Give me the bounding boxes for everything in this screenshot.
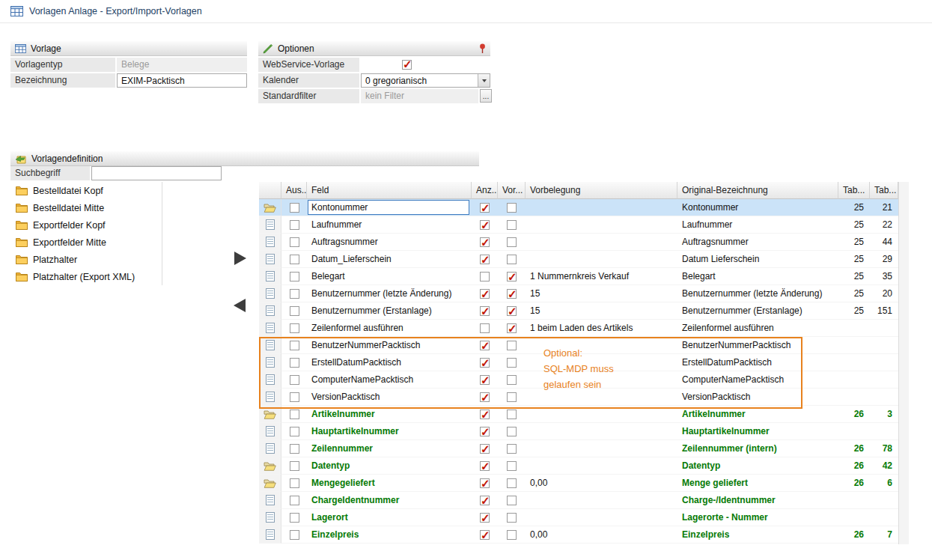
table-row[interactable]: ZeilennummerZeilennummer (intern)2678 xyxy=(259,440,898,457)
col-original-header[interactable]: Original-Bezeichnung xyxy=(677,182,838,199)
original-name-cell[interactable]: BenutzerNummerPacktisch xyxy=(677,337,838,354)
field-name-cell[interactable]: Kontonummer xyxy=(307,199,472,216)
tab2-cell[interactable]: 35 xyxy=(870,268,898,285)
tab2-cell[interactable] xyxy=(870,354,898,371)
table-row[interactable]: Zeilenformel ausführen1 beim Laden des A… xyxy=(259,320,898,337)
anz-checkbox[interactable] xyxy=(480,358,490,368)
tab2-cell[interactable] xyxy=(870,320,898,337)
vorbelegung-cell[interactable] xyxy=(526,440,677,457)
tab2-cell[interactable]: 3 xyxy=(870,406,898,423)
tab1-cell[interactable] xyxy=(838,337,870,354)
original-name-cell[interactable]: Einzelpreis xyxy=(677,526,838,544)
aus-checkbox[interactable] xyxy=(290,496,299,505)
field-name-cell[interactable]: ChargeIdentnummer xyxy=(307,492,472,509)
aus-checkbox[interactable] xyxy=(290,375,299,385)
vorbelegung-cell[interactable] xyxy=(526,251,677,268)
table-row[interactable]: HauptartikelnummerHauptartikelnummer xyxy=(259,423,898,440)
tab2-cell[interactable] xyxy=(870,509,898,526)
field-name-cell[interactable]: Zeilennummer xyxy=(307,440,472,457)
table-row[interactable]: VersionPacktischVersionPacktisch xyxy=(259,389,898,406)
original-name-cell[interactable]: ErstellDatumPacktisch xyxy=(677,354,838,371)
anz-checkbox[interactable] xyxy=(480,203,490,213)
tab1-cell[interactable]: 25 xyxy=(838,302,870,320)
tab2-cell[interactable]: 6 xyxy=(870,475,898,492)
search-input[interactable] xyxy=(91,166,222,180)
table-row[interactable]: Benutzernummer (letzte Änderung)15Benutz… xyxy=(259,285,898,302)
aus-checkbox[interactable] xyxy=(290,220,299,230)
anz-checkbox[interactable] xyxy=(480,323,490,333)
table-row[interactable]: LaufnummerLaufnummer2522 xyxy=(259,216,898,234)
folder-list-item[interactable]: Bestelldatei Kopf xyxy=(10,182,162,199)
anz-checkbox[interactable] xyxy=(480,461,490,471)
field-name-cell[interactable]: BenutzerNummerPacktisch xyxy=(307,337,472,354)
aus-checkbox[interactable] xyxy=(290,444,299,454)
table-row[interactable]: Datum_LieferscheinDatum Lieferschein2529 xyxy=(259,251,898,268)
original-name-cell[interactable]: Kontonummer xyxy=(677,199,838,216)
chevron-down-icon[interactable] xyxy=(478,74,490,87)
folder-list-item[interactable]: Exportfelder Kopf xyxy=(10,216,162,234)
tab1-cell[interactable] xyxy=(838,509,870,526)
tab2-cell[interactable]: 42 xyxy=(870,457,898,475)
original-name-cell[interactable]: Laufnummer xyxy=(677,216,838,234)
table-row[interactable]: LagerortLagerorte - Nummer xyxy=(259,509,898,526)
vorbelegung-cell[interactable]: 15 xyxy=(526,302,677,320)
tab1-cell[interactable]: 26 xyxy=(838,475,870,492)
field-edit-box[interactable]: Kontonummer xyxy=(308,200,469,215)
original-name-cell[interactable]: Auftragsnummer xyxy=(677,234,838,251)
vor-checkbox[interactable] xyxy=(507,410,517,419)
original-name-cell[interactable]: Zeilennummer (intern) xyxy=(677,440,838,457)
vorbelegung-cell[interactable]: 0,00 xyxy=(526,475,677,492)
tab1-cell[interactable]: 25 xyxy=(838,216,870,234)
tab1-cell[interactable] xyxy=(838,492,870,509)
aus-checkbox[interactable] xyxy=(290,341,299,350)
table-row[interactable]: ArtikelnummerArtikelnummer263 xyxy=(259,406,898,423)
table-row[interactable]: Einzelpreis0,00Einzelpreis267 xyxy=(259,526,898,544)
field-name-cell[interactable]: Laufnummer xyxy=(307,216,472,234)
original-name-cell[interactable]: Belegart xyxy=(677,268,838,285)
table-row[interactable]: ComputerNamePacktischComputerNamePacktis… xyxy=(259,371,898,389)
field-name-cell[interactable]: VersionPacktisch xyxy=(307,389,472,406)
bezeichnung-input[interactable] xyxy=(117,73,247,88)
tab2-cell[interactable]: 7 xyxy=(870,526,898,544)
original-name-cell[interactable]: Benutzernummer (Erstanlage) xyxy=(677,302,838,320)
original-name-cell[interactable]: Artikelnummer xyxy=(677,406,838,423)
vor-checkbox[interactable] xyxy=(507,496,517,505)
tab2-cell[interactable] xyxy=(870,423,898,440)
aus-checkbox[interactable] xyxy=(290,358,299,368)
anz-checkbox[interactable] xyxy=(480,272,490,281)
tab2-cell[interactable]: 29 xyxy=(870,251,898,268)
aus-checkbox[interactable] xyxy=(290,392,299,402)
tab1-cell[interactable]: 26 xyxy=(838,406,870,423)
original-name-cell[interactable]: Datentyp xyxy=(677,457,838,475)
folder-list-item[interactable]: Platzhalter xyxy=(10,251,162,268)
tab1-cell[interactable]: 26 xyxy=(838,440,870,457)
field-name-cell[interactable]: Hauptartikelnummer xyxy=(307,423,472,440)
field-name-cell[interactable]: ErstellDatumPacktisch xyxy=(307,354,472,371)
tab1-cell[interactable] xyxy=(838,423,870,440)
vor-checkbox[interactable] xyxy=(507,358,517,368)
vor-checkbox[interactable] xyxy=(507,203,517,213)
table-row[interactable]: Belegart1 Nummernkreis VerkaufBelegart25… xyxy=(259,268,898,285)
vorbelegung-cell[interactable]: 0,00 xyxy=(526,526,677,544)
anz-checkbox[interactable] xyxy=(480,513,490,523)
original-name-cell[interactable]: Menge geliefert xyxy=(677,475,838,492)
webservice-checkbox[interactable] xyxy=(402,60,412,70)
table-row[interactable]: AuftragsnummerAuftragsnummer2544 xyxy=(259,234,898,251)
field-name-cell[interactable]: Belegart xyxy=(307,268,472,285)
col-tab2-header[interactable]: Tab... xyxy=(870,182,898,199)
table-row[interactable]: KontonummerKontonummer2521 xyxy=(259,199,898,216)
vor-checkbox[interactable] xyxy=(507,341,517,350)
vor-checkbox[interactable] xyxy=(507,427,517,436)
original-name-cell[interactable]: Zeilenformel ausführen xyxy=(677,320,838,337)
tab1-cell[interactable] xyxy=(838,389,870,406)
folder-list-item[interactable]: Bestelldatei Mitte xyxy=(10,199,162,216)
original-name-cell[interactable]: Lagerorte - Nummer xyxy=(677,509,838,526)
original-name-cell[interactable]: Benutzernummer (letzte Änderung) xyxy=(677,285,838,302)
tab2-cell[interactable]: 151 xyxy=(870,302,898,320)
tab1-cell[interactable] xyxy=(838,320,870,337)
tab1-cell[interactable]: 26 xyxy=(838,457,870,475)
tab1-cell[interactable]: 25 xyxy=(838,234,870,251)
aus-checkbox[interactable] xyxy=(290,410,299,419)
original-name-cell[interactable]: ComputerNamePacktisch xyxy=(677,371,838,389)
tab1-cell[interactable] xyxy=(838,354,870,371)
